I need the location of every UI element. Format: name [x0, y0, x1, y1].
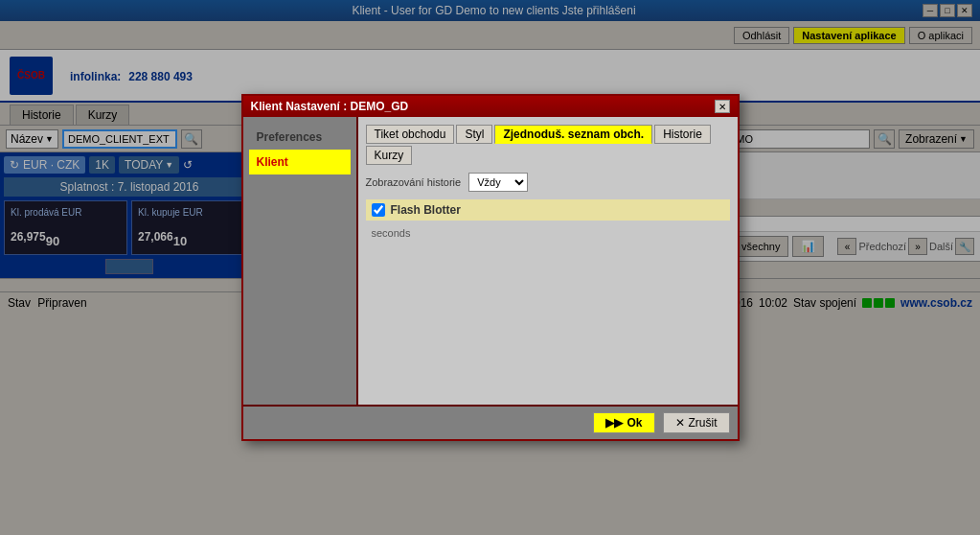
modal-overlay: Klient Nastavení : DEMO_GD ✕ Preferences… [0, 0, 980, 535]
tab-tiket-obchodu[interactable]: Tiket obchodu [366, 125, 455, 144]
modal-dialog: Klient Nastavení : DEMO_GD ✕ Preferences… [241, 94, 740, 441]
history-row: Zobrazování historie Vždy Nikdy Občas [366, 173, 730, 192]
modal-footer: ▶▶ Ok ✕ Zrušit [243, 405, 738, 439]
modal-tabs: Tiket obchodu Styl Zjednoduš. seznam obc… [366, 125, 730, 165]
history-select[interactable]: Vždy Nikdy Občas [468, 173, 528, 192]
cancel-icon: ✕ [675, 416, 685, 430]
seconds-label: seconds [372, 227, 411, 239]
sidebar-item-preferences[interactable]: Preferences [249, 125, 351, 150]
tab-zjednodus[interactable]: Zjednoduš. seznam obch. [494, 125, 652, 144]
modal-cancel-button[interactable]: ✕ Zrušit [663, 412, 730, 433]
modal-sidebar: Preferences Klient [243, 117, 358, 405]
modal-title-bar: Klient Nastavení : DEMO_GD ✕ [243, 96, 738, 117]
modal-ok-button[interactable]: ▶▶ Ok [593, 412, 654, 433]
tab-historie[interactable]: Historie [654, 125, 711, 144]
modal-content-area: Tiket obchodu Styl Zjednoduš. seznam obc… [358, 117, 738, 405]
tab-kurzy[interactable]: Kurzy [366, 146, 413, 165]
modal-title: Klient Nastavení : DEMO_GD [251, 100, 409, 113]
ok-icon: ▶▶ [605, 416, 623, 430]
flash-blotter-label: Flash Blotter [391, 203, 461, 217]
flash-blotter-checkbox[interactable] [372, 203, 385, 217]
modal-close-button[interactable]: ✕ [715, 100, 730, 113]
sidebar-item-klient[interactable]: Klient [249, 150, 351, 174]
flash-blotter-row: Flash Blotter [366, 199, 730, 221]
tab-styl[interactable]: Styl [456, 125, 492, 144]
modal-body: Preferences Klient Tiket obchodu Styl [243, 117, 738, 405]
history-label: Zobrazování historie [366, 176, 462, 188]
